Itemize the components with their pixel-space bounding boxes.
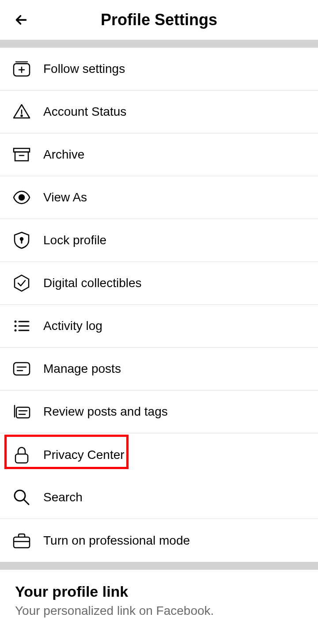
item-label: Turn on professional mode (43, 534, 190, 548)
item-label: Activity log (43, 319, 102, 333)
header: Profile Settings (0, 0, 318, 40)
back-button[interactable] (13, 12, 29, 28)
view-as-item[interactable]: View As (0, 176, 318, 219)
item-label: Account Status (43, 105, 126, 119)
item-label: Follow settings (43, 62, 125, 76)
svg-rect-11 (15, 454, 28, 463)
stacked-box-icon (11, 402, 32, 422)
svg-point-1 (21, 115, 23, 117)
hexagon-check-icon (11, 273, 32, 293)
eye-icon (11, 187, 32, 208)
item-label: Review posts and tags (43, 405, 168, 419)
digital-collectibles-item[interactable]: Digital collectibles (0, 262, 318, 305)
section-divider (0, 40, 318, 48)
activity-log-item[interactable]: Activity log (0, 305, 318, 348)
lock-profile-item[interactable]: Lock profile (0, 219, 318, 262)
review-posts-item[interactable]: Review posts and tags (0, 390, 318, 433)
archive-item[interactable]: Archive (0, 133, 318, 176)
item-label: View As (43, 190, 87, 205)
item-label: Privacy Center (43, 448, 125, 462)
account-status-item[interactable]: Account Status (0, 91, 318, 133)
warning-triangle-icon (11, 102, 32, 122)
svg-point-6 (15, 321, 17, 323)
svg-rect-13 (14, 537, 30, 548)
search-icon (11, 487, 32, 508)
follow-settings-icon (11, 59, 32, 79)
profile-link-section: Your profile link Your personalized link… (0, 570, 318, 627)
svg-rect-10 (16, 407, 30, 418)
settings-list: Follow settings Account Status Archive (0, 48, 318, 562)
professional-mode-item[interactable]: Turn on professional mode (0, 519, 318, 562)
page-title: Profile Settings (13, 11, 305, 29)
item-label: Lock profile (43, 233, 106, 247)
svg-rect-3 (15, 152, 28, 161)
follow-settings-item[interactable]: Follow settings (0, 48, 318, 91)
svg-point-7 (15, 325, 17, 327)
item-label: Search (43, 490, 83, 504)
svg-rect-9 (14, 363, 30, 375)
archive-box-icon (11, 144, 32, 165)
manage-posts-item[interactable]: Manage posts (0, 348, 318, 390)
briefcase-icon (11, 530, 32, 551)
svg-point-4 (19, 195, 24, 200)
item-label: Archive (43, 148, 84, 162)
section-divider (0, 562, 318, 570)
section-subtitle: Your personalized link on Facebook. (15, 604, 303, 618)
text-box-icon (11, 359, 32, 379)
item-label: Digital collectibles (43, 276, 142, 290)
list-icon (11, 316, 32, 336)
privacy-center-item[interactable]: Privacy Center (0, 433, 318, 476)
lock-icon (11, 445, 32, 465)
section-title: Your profile link (15, 583, 303, 600)
item-label: Manage posts (43, 362, 121, 376)
back-arrow-icon (13, 12, 29, 28)
search-item[interactable]: Search (0, 476, 318, 519)
shield-lock-icon (11, 230, 32, 250)
svg-point-8 (15, 330, 17, 332)
